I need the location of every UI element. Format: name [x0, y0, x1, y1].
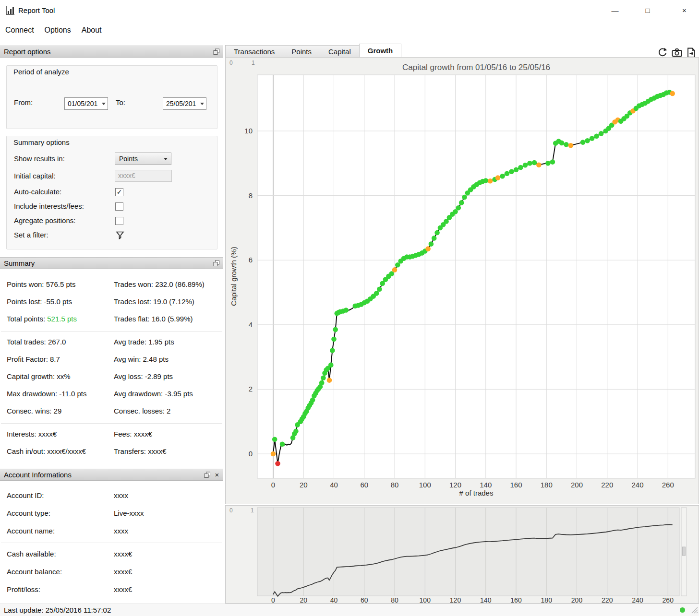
account-row: Account type:Live-xxxx [0, 504, 223, 522]
float-panel-icon[interactable] [213, 260, 220, 267]
svg-text:6: 6 [249, 256, 253, 264]
summary-cell: Avg win: 2.48 pts [114, 355, 223, 363]
tab-capital[interactable]: Capital [320, 45, 360, 57]
filter-icon[interactable] [116, 231, 124, 239]
svg-text:240: 240 [632, 596, 643, 603]
float-panel-icon[interactable] [204, 472, 211, 478]
svg-text:140: 140 [480, 596, 492, 603]
svg-text:200: 200 [571, 596, 583, 603]
title-bar: Report Tool — □ × [0, 0, 699, 21]
menu-item-about[interactable]: About [76, 21, 107, 39]
show-results-select[interactable]: Points [115, 153, 171, 165]
summary-cell: Avg loss: -2.89 pts [114, 372, 223, 380]
resize-grip-icon[interactable] [691, 607, 698, 616]
separator [1, 331, 222, 332]
account-informations-title: Account Informations [4, 469, 72, 480]
from-date-value: 01/05/201 [68, 100, 97, 107]
account-label: Cash available: [7, 550, 114, 558]
account-value: xxxx [114, 491, 223, 499]
tab-transactions[interactable]: Transactions [225, 45, 283, 57]
svg-text:10: 10 [244, 127, 253, 135]
svg-text:0: 0 [271, 481, 275, 489]
to-date-select[interactable]: 25/05/201 [163, 97, 206, 110]
summary-cell: Fees: xxxx€ [114, 430, 223, 438]
agregate-positions-checkbox[interactable] [115, 217, 123, 225]
maximize-button[interactable]: □ [634, 0, 662, 21]
svg-text:0: 0 [229, 59, 233, 66]
svg-text:# of trades: # of trades [459, 489, 494, 497]
auto-calculate-checkbox[interactable]: ✓ [115, 188, 123, 196]
svg-text:1: 1 [251, 507, 254, 514]
tab-points[interactable]: Points [283, 45, 320, 57]
svg-text:220: 220 [602, 596, 613, 603]
report-options-header: Report options [0, 46, 223, 58]
close-button[interactable]: × [670, 0, 699, 21]
summary-row: Max drawdown: -11.0 ptsAvg drawdown: -3.… [0, 385, 223, 402]
show-results-label: Show results in: [14, 153, 65, 165]
account-row: Account balance:xxxx€ [0, 563, 223, 580]
summary-cell: Trades flat: 16.0 (5.99%) [114, 315, 223, 323]
svg-text:120: 120 [450, 596, 461, 603]
include-interests-checkbox[interactable] [115, 202, 123, 211]
to-label: To: [116, 96, 125, 109]
svg-text:80: 80 [391, 481, 399, 489]
svg-text:140: 140 [480, 481, 492, 489]
svg-text:40: 40 [330, 596, 338, 603]
svg-text:Capital growth (%): Capital growth (%) [229, 247, 238, 306]
summary-cell: Points lost: -55.0 pts [7, 297, 114, 306]
window-title: Report Tool [18, 0, 55, 21]
initial-capital-label: Initial capital: [14, 170, 56, 182]
summary-cell: Avg trade: 1.95 pts [114, 338, 223, 346]
summary-row: Total trades: 267.0Avg trade: 1.95 pts [0, 333, 223, 350]
svg-text:4: 4 [249, 320, 253, 329]
to-date-value: 25/05/201 [166, 100, 196, 107]
svg-text:120: 120 [449, 481, 461, 489]
from-date-select[interactable]: 01/05/201 [64, 97, 108, 110]
summary-row: Points lost: -55.0 ptsTrades lost: 19.0 … [0, 293, 223, 310]
summary-cell: Consec. wins: 29 [7, 407, 114, 415]
svg-text:0: 0 [249, 450, 253, 458]
summary-row: Total points: 521.5 ptsTrades flat: 16.0… [0, 310, 223, 327]
account-row: Profit/loss:xxxx€ [0, 580, 223, 598]
account-row: Cash available:xxxx€ [0, 545, 223, 563]
account-body: Account ID:xxxxAccount type:Live-xxxxAcc… [0, 486, 223, 598]
account-value: xxxx€ [114, 550, 223, 558]
svg-text:60: 60 [361, 596, 368, 603]
svg-text:160: 160 [510, 596, 522, 603]
summary-cell: Avg drawdown: -3.95 pts [114, 390, 223, 398]
account-row: Account ID:xxxx [0, 486, 223, 504]
account-value: xxxx€ [114, 585, 223, 593]
tab-growth[interactable]: Growth [359, 44, 402, 57]
summary-row: Cash in/out: xxxx€/xxxx€Transfers: xxxx€ [0, 442, 223, 460]
summary-row: Profit Factor: 8.7Avg win: 2.48 pts [0, 350, 223, 367]
close-panel-icon[interactable]: × [213, 470, 221, 480]
svg-text:180: 180 [541, 596, 553, 603]
chevron-down-icon [102, 103, 106, 105]
initial-capital-input[interactable]: xxxx€ [115, 170, 172, 182]
minimize-button[interactable]: — [601, 0, 629, 21]
svg-text:180: 180 [541, 481, 553, 489]
summary-row: Points won: 576.5 ptsTrades won: 232.0 (… [0, 275, 223, 293]
summary-options-groupbox: Summary options Show results in: Points … [6, 136, 217, 249]
navigator-chart-svg[interactable]: 02040608010012014016018020022024026001 [229, 506, 699, 603]
summary-cell: Transfers: xxxx€ [114, 447, 223, 455]
summary-header: Summary [0, 257, 223, 269]
summary-cell: Cash in/out: xxxx€/xxxx€ [7, 447, 114, 455]
svg-text:260: 260 [663, 596, 674, 603]
navigator-area[interactable]: 02040608010012014016018020022024026001 [225, 505, 699, 604]
connection-status-icon [680, 607, 685, 613]
show-results-value: Points [119, 155, 138, 163]
period-groupbox: Period of analyze From: 01/05/201 To: 25… [6, 65, 217, 129]
menu-item-connect[interactable]: Connect [0, 21, 39, 39]
summary-cell: Points won: 576.5 pts [7, 280, 114, 288]
summary-cell: Total points: 521.5 pts [7, 315, 114, 323]
chart-area: 0204060801001201401601802002202402600246… [225, 57, 699, 504]
svg-text:100: 100 [420, 596, 431, 603]
menu-item-options[interactable]: Options [39, 21, 76, 39]
summary-options-legend: Summary options [13, 138, 70, 146]
svg-text:100: 100 [419, 481, 431, 489]
account-informations-header: Account Informations × [0, 469, 223, 481]
last-update-text: Last update: 25/05/2016 11:57:02 [4, 604, 111, 616]
float-panel-icon[interactable] [213, 48, 220, 55]
chevron-down-icon [164, 158, 168, 160]
